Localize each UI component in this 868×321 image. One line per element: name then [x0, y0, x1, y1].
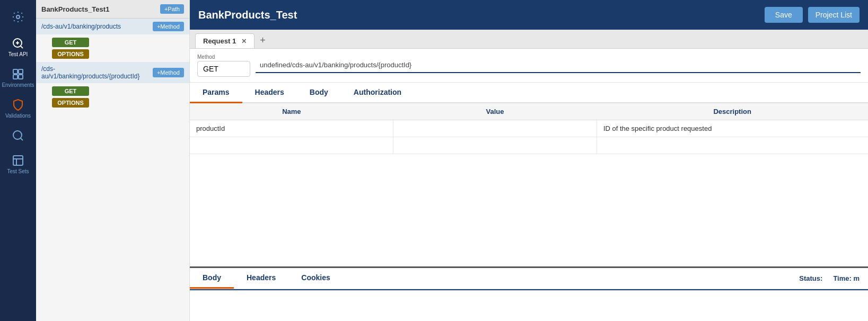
param-name-1: productId	[190, 120, 393, 137]
save-button[interactable]: Save	[765, 7, 803, 23]
svg-point-0	[16, 15, 20, 19]
svg-point-9	[13, 131, 22, 139]
col-header-name: Name	[190, 103, 393, 120]
sidebar-item-settings[interactable]	[6, 5, 30, 31]
main-header: BankProducts_Test Save Project List	[190, 0, 868, 30]
response-tab-cookies[interactable]: Cookies	[288, 268, 343, 289]
svg-rect-5	[13, 69, 17, 74]
main-title: BankProducts_Test	[198, 9, 297, 21]
path-row-2: /cds-au/v1/banking/products/{productId} …	[36, 62, 189, 83]
svg-rect-11	[13, 156, 23, 165]
time-label: Time: m	[833, 274, 860, 282]
param-desc-1: ID of the specific product requested	[597, 120, 868, 137]
param-name-input-2[interactable]	[196, 141, 387, 149]
add-method-button-1[interactable]: +Method	[153, 22, 184, 31]
svg-rect-6	[19, 69, 23, 74]
param-value-1[interactable]	[393, 120, 597, 137]
header-actions: Save Project List	[765, 7, 860, 23]
panel: BankProducts_Test1 +Path /cds-au/v1/bank…	[36, 0, 190, 321]
tab-request-1-label: Request 1	[203, 37, 236, 45]
time-value: m	[853, 274, 860, 282]
response-tabs-row: Body Headers Cookies Status: Time	[190, 268, 868, 289]
param-name-2[interactable]	[190, 137, 393, 154]
params-table: Name Value Description productId ID of t…	[190, 103, 868, 154]
add-path-button[interactable]: +Path	[160, 4, 184, 14]
options-button-2[interactable]: OPTIONS	[52, 98, 89, 108]
method-buttons-1: GET OPTIONS	[36, 34, 189, 62]
response-tabs: Body Headers Cookies	[190, 268, 343, 289]
tabs-bar: Request 1 ✕ +	[190, 30, 868, 49]
tab-authorization[interactable]: Authorization	[341, 83, 414, 103]
svg-rect-8	[19, 75, 23, 79]
sidebar-item-environments[interactable]: Environments	[2, 64, 34, 92]
method-url-row: Method GET POST PUT DELETE PATCH OPTIONS	[190, 49, 868, 83]
response-area: Body Headers Cookies Status: Time	[190, 266, 868, 321]
table-row: productId ID of the specific product req…	[190, 120, 868, 137]
path-row-1: /cds-au/v1/banking/products +Method	[36, 19, 189, 34]
method-select[interactable]: GET POST PUT DELETE PATCH OPTIONS	[197, 61, 250, 77]
sidebar-item-environments-label: Environments	[2, 82, 34, 88]
col-header-description: Description	[597, 103, 868, 120]
col-header-value: Value	[393, 103, 597, 120]
tab-body[interactable]: Body	[297, 83, 341, 103]
method-select-wrap: Method GET POST PUT DELETE PATCH OPTIONS	[197, 54, 250, 77]
param-value-input-2[interactable]	[400, 141, 590, 149]
sidebar: Test API Environments Validations Test S…	[0, 0, 36, 321]
status-label: Status:	[799, 274, 822, 282]
panel-title: BankProducts_Test1	[41, 5, 109, 13]
sidebar-item-test-api[interactable]: Test API	[2, 33, 34, 61]
response-body-area	[190, 289, 868, 321]
method-label: Method	[197, 54, 250, 60]
options-button-1[interactable]: OPTIONS	[52, 49, 89, 59]
sidebar-item-validations[interactable]: Validations	[2, 94, 34, 123]
tab-add-button[interactable]: +	[256, 33, 270, 48]
params-content: Name Value Description productId ID of t…	[190, 103, 868, 266]
get-button-2[interactable]: GET	[52, 86, 89, 96]
panel-header: BankProducts_Test1 +Path	[36, 0, 189, 19]
sidebar-item-validations-label: Validations	[5, 113, 31, 119]
request-area: Method GET POST PUT DELETE PATCH OPTIONS…	[190, 49, 868, 321]
param-desc-input-2[interactable]	[603, 141, 862, 149]
param-desc-2[interactable]	[597, 137, 868, 154]
svg-line-2	[21, 46, 23, 48]
main: BankProducts_Test Save Project List Requ…	[190, 0, 868, 321]
sidebar-item-test-api-label: Test API	[8, 51, 28, 57]
table-row	[190, 137, 868, 154]
method-buttons-2: GET OPTIONS	[36, 83, 189, 111]
response-meta: Status: Time: m	[799, 274, 868, 282]
tab-headers[interactable]: Headers	[242, 83, 297, 103]
tab-request-1[interactable]: Request 1 ✕	[195, 33, 255, 48]
svg-rect-7	[13, 75, 17, 79]
tab-close-icon[interactable]: ✕	[241, 38, 247, 45]
sidebar-item-test-sets[interactable]: Test Sets	[2, 150, 34, 179]
tab-params[interactable]: Params	[190, 83, 242, 103]
response-tab-body[interactable]: Body	[190, 268, 234, 289]
svg-line-10	[21, 138, 23, 140]
add-method-button-2[interactable]: +Method	[153, 68, 184, 77]
inner-tabs: Params Headers Body Authorization	[190, 83, 868, 103]
param-value-input-1[interactable]	[400, 124, 590, 132]
get-button-1[interactable]: GET	[52, 38, 89, 47]
sidebar-item-search[interactable]	[2, 125, 34, 148]
sidebar-item-test-sets-label: Test Sets	[7, 168, 29, 174]
param-value-2[interactable]	[393, 137, 597, 154]
project-list-button[interactable]: Project List	[808, 7, 860, 23]
path-text-2: /cds-au/v1/banking/products/{productId}	[41, 65, 153, 80]
response-tab-headers[interactable]: Headers	[234, 268, 288, 289]
url-input[interactable]	[256, 58, 861, 73]
path-text-1: /cds-au/v1/banking/products	[41, 23, 121, 30]
